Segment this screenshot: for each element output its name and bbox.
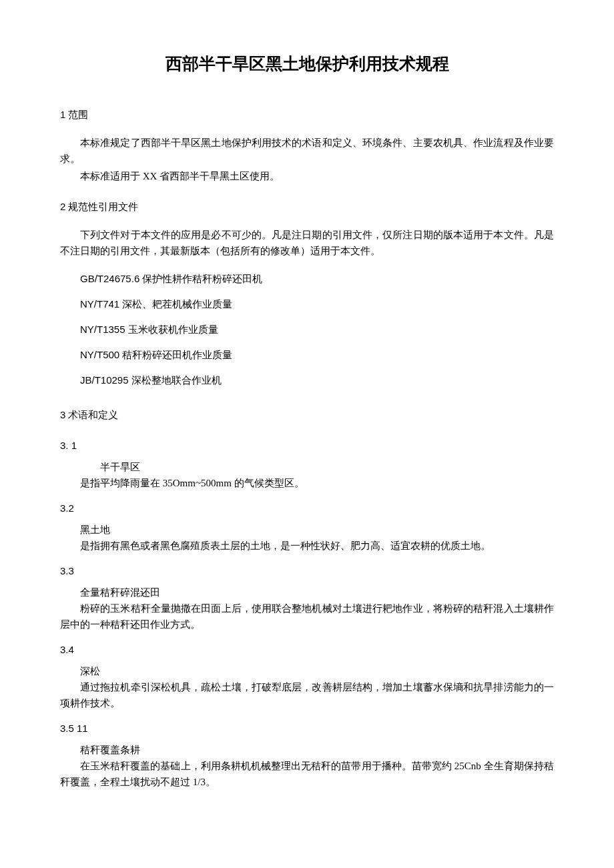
reference-item: NY/T500 秸秆粉碎还田机作业质量	[60, 347, 554, 363]
reference-item: NY/T1355 玉米收获机作业质量	[60, 322, 554, 338]
section-1-heading: 1 范围	[60, 107, 554, 123]
term-3-1-def: 是指平均降雨量在 35Omm~500mm 的气候类型区。	[80, 475, 554, 491]
section-1-para-1: 本标准规定了西部半干旱区黑土地保护利用技术的术语和定义、环境条件、主要农机具、作…	[60, 135, 554, 167]
reference-code: NY/T741	[80, 298, 119, 310]
subsection-3-1-num: 3. 1	[60, 438, 554, 454]
section-2-heading: 2 规范性引用文件	[60, 199, 554, 215]
section-2-label: 规范性引用文件	[68, 201, 138, 212]
term-3-2-def: 是指拥有黑色或者黑色腐殖质表土层的土地，是一种性状好、肥力高、适宜农耕的优质土地…	[60, 538, 554, 554]
subsection-3-3-num: 3.3	[60, 563, 554, 579]
reference-code: NY/T1355	[80, 324, 125, 335]
term-3-5-name: 秸秆覆盖条耕	[60, 742, 554, 758]
reference-title: 玉米收获机作业质量	[128, 324, 218, 335]
term-3-4-name: 深松	[60, 663, 554, 679]
subsection-3-4-num: 3.4	[60, 642, 554, 658]
term-3-1-name: 半干旱区	[80, 459, 554, 475]
section-1-para-2: 本标准适用于 XX 省西部半干旱黑土区使用。	[60, 168, 554, 184]
subsection-3-5-num: 3.5 11	[60, 721, 554, 737]
reference-title: 秸秆粉碎还田机作业质量	[122, 350, 232, 360]
reference-item: GB/T24675.6 保护性耕作秸秆粉碎还田机	[60, 271, 554, 287]
section-3-label: 术语和定义	[68, 410, 118, 420]
term-3-4-def: 通过拖拉机牵引深松机具，疏松土壤，打破犁底层，改善耕层结构，增加土壤蓄水保墒和抗…	[60, 679, 554, 711]
section-1-num: 1	[60, 109, 65, 120]
reference-item: JB/T10295 深松整地联合作业机	[60, 372, 554, 388]
section-1-label: 范围	[68, 109, 88, 120]
subsection-3-2-num: 3.2	[60, 500, 554, 516]
document-title: 西部半干旱区黑土地保护利用技术规程	[60, 50, 554, 77]
reference-title: 深松、耙茬机械作业质量	[122, 299, 232, 310]
reference-code: NY/T500	[80, 349, 119, 360]
term-3-2-name: 黑土地	[60, 522, 554, 538]
reference-code: GB/T24675.6	[80, 273, 139, 284]
reference-title: 保护性耕作秸秆粉碎还田机	[142, 274, 262, 284]
term-3-3-def: 粉碎的玉米秸秆全量抛撒在田面上后，使用联合整地机械对土壤进行耙地作业，将粉碎的秸…	[60, 600, 554, 632]
reference-title: 深松整地联合作业机	[131, 375, 222, 386]
reference-code: JB/T10295	[80, 374, 129, 386]
section-3-num: 3	[60, 409, 65, 420]
section-2-para-1: 下列文件对于本文件的应用是必不可少的。凡是注日期的引用文件，仅所注日期的版本适用…	[60, 227, 554, 259]
section-2-num: 2	[60, 201, 65, 212]
term-3-5-def: 在玉米秸秆覆盖的基础上，利用条耕机机械整理出无秸秆的苗带用于播种。苗带宽约 25…	[60, 758, 554, 790]
section-3-heading: 3 术语和定义	[60, 407, 554, 423]
reference-item: NY/T741 深松、耙茬机械作业质量	[60, 296, 554, 312]
term-3-3-name: 全量秸秆碎混还田	[60, 584, 554, 600]
